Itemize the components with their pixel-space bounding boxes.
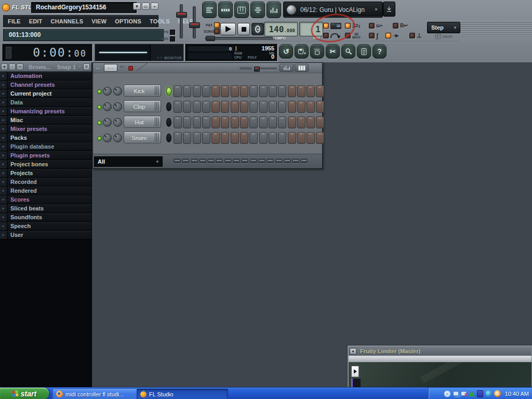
step-cell-10[interactable] xyxy=(259,85,268,97)
countdown-toggle[interactable]: 321 xyxy=(345,21,361,30)
channel-select-led[interactable] xyxy=(166,134,171,142)
volume-knob[interactable] xyxy=(113,87,122,96)
step-cell-1[interactable] xyxy=(174,116,182,128)
browser-item-soundfonts[interactable]: ▸Soundfonts xyxy=(0,213,91,222)
update-tray-icon[interactable] xyxy=(494,390,501,397)
step-cell-12[interactable] xyxy=(278,132,286,144)
menu-item-tools[interactable]: TOOLS xyxy=(145,18,174,24)
blend-notes-led[interactable] xyxy=(369,23,375,29)
browser-item-current-project[interactable]: ▸Current project xyxy=(0,89,91,98)
step-cell-12[interactable] xyxy=(278,116,286,128)
graph-editor-button[interactable] xyxy=(280,64,294,72)
volume-knob[interactable] xyxy=(113,118,122,127)
step-cell-6[interactable] xyxy=(221,101,229,113)
step-cell-11[interactable] xyxy=(269,132,277,144)
expand-arrow-icon[interactable]: ▸ xyxy=(0,107,7,116)
play-button[interactable] xyxy=(220,23,236,35)
export-wave-button[interactable] xyxy=(310,44,324,59)
loop-record-toggle[interactable]: R↩ xyxy=(393,21,408,30)
time-mode-icon[interactable] xyxy=(6,47,11,52)
network-error-tray-icon[interactable]: × xyxy=(461,391,467,396)
piano-roll-button[interactable] xyxy=(234,2,249,18)
restore-button[interactable]: ▭ xyxy=(142,3,150,10)
step-edit-led[interactable] xyxy=(369,33,375,38)
browser-item-plugin-presets[interactable]: ▸Plugin presets xyxy=(0,151,91,160)
step-cell-5[interactable] xyxy=(211,101,220,113)
step-cell-13[interactable] xyxy=(288,116,296,128)
minimize-button[interactable]: ▼ xyxy=(133,3,141,10)
typing-keyboard-toggle[interactable] xyxy=(323,21,341,30)
hide-icons-tray-icon[interactable]: ‹ xyxy=(444,390,451,397)
plugin-arrow-button[interactable] xyxy=(351,366,359,377)
step-cell-2[interactable] xyxy=(183,85,191,97)
menu-item-options[interactable]: OPTIONS xyxy=(111,18,145,24)
step-cell-12[interactable] xyxy=(278,101,286,113)
step-edit-toggle[interactable]: ʃ xyxy=(369,31,378,40)
pan-knob[interactable] xyxy=(103,102,112,111)
typing-to-piano-led[interactable] xyxy=(385,33,391,38)
countdown-led[interactable] xyxy=(345,23,351,29)
wait-for-input-toggle[interactable]: ШWAIT xyxy=(345,31,361,40)
multilink-led[interactable] xyxy=(409,33,415,38)
tempo-display[interactable]: 140.000 xyxy=(264,22,298,36)
step-cell-5[interactable] xyxy=(211,132,220,144)
expand-arrow-icon[interactable]: ▸ xyxy=(0,134,7,142)
step-cell-7[interactable] xyxy=(231,116,239,128)
step-cell-7[interactable] xyxy=(231,101,239,113)
media-tray-icon[interactable] xyxy=(485,390,492,397)
record-button[interactable] xyxy=(251,23,264,35)
expand-arrow-icon[interactable]: ▸ xyxy=(0,204,7,213)
task-button-browser[interactable]: midi controller fl studi... xyxy=(52,389,142,399)
browser-item-automation[interactable]: ▸Automation xyxy=(0,72,91,81)
expand-arrow-icon[interactable]: ▸ xyxy=(0,178,7,187)
expand-arrow-icon[interactable]: ▸ xyxy=(0,81,7,89)
loop-record-led[interactable] xyxy=(393,23,398,29)
step-cell-3[interactable] xyxy=(193,101,201,113)
close-button[interactable]: × xyxy=(151,3,158,10)
step-cell-10[interactable] xyxy=(259,116,268,128)
zoom-button[interactable] xyxy=(341,44,355,59)
time-mode2-icon[interactable] xyxy=(6,53,11,59)
step-cell-16[interactable] xyxy=(316,85,324,97)
browser-item-humanizing-presets[interactable]: ▸Humanizing presets xyxy=(0,107,91,116)
expand-arrow-icon[interactable]: ▸ xyxy=(0,160,7,169)
channel-select-led[interactable] xyxy=(166,102,171,111)
step-cell-9[interactable] xyxy=(249,85,258,97)
mouse-wheel-led[interactable] xyxy=(323,33,329,38)
resize-arrows-icon[interactable]: ↔ xyxy=(95,64,100,70)
step-cell-4[interactable] xyxy=(202,101,210,113)
step-cell-3[interactable] xyxy=(193,132,201,144)
browser-item-plugin-database[interactable]: ▸Plugin database xyxy=(0,142,91,151)
main-volume-slider[interactable] xyxy=(176,12,187,18)
help-button[interactable]: ? xyxy=(373,44,387,59)
expand-arrow-icon[interactable]: ▸ xyxy=(0,142,7,151)
channel-button-clap[interactable]: Clap xyxy=(124,100,161,112)
snap-selector[interactable]: Step ▼ xyxy=(427,22,460,33)
song-mode-led[interactable] xyxy=(214,29,220,34)
browser-item-channel-presets[interactable]: ▸Channel presets xyxy=(0,81,91,89)
step-cell-4[interactable] xyxy=(202,132,210,144)
pan-knob[interactable] xyxy=(103,87,112,96)
step-cell-1[interactable] xyxy=(174,101,182,113)
undo-button[interactable]: ↺ xyxy=(279,44,293,59)
step-cell-12[interactable] xyxy=(278,85,286,97)
step-cell-9[interactable] xyxy=(249,101,258,113)
step-cell-15[interactable] xyxy=(307,85,315,97)
step-cell-2[interactable] xyxy=(183,101,191,113)
browser-item-project-bones[interactable]: ▸Project bones xyxy=(0,160,91,169)
browser-close-button[interactable]: × xyxy=(83,63,90,70)
step-cell-9[interactable] xyxy=(249,132,258,144)
swing-slider[interactable] xyxy=(254,66,260,72)
browser-item-data[interactable]: ▸Data xyxy=(0,98,91,107)
project-info-button[interactable] xyxy=(357,44,371,59)
pattern-selector[interactable]: 06/12: Guru | VocALign ▼ xyxy=(283,2,383,18)
step-cell-15[interactable] xyxy=(307,101,315,113)
typing-to-piano-toggle[interactable]: ···▶ xyxy=(385,31,398,40)
main-pitch-slider[interactable] xyxy=(189,22,200,28)
step-cell-3[interactable] xyxy=(193,85,201,97)
expand-arrow-icon[interactable]: ▸ xyxy=(0,151,7,160)
browser-item-recorded[interactable]: ▸Recorded xyxy=(0,178,91,187)
browser-item-sliced-beats[interactable]: ▸Sliced beats xyxy=(0,204,91,213)
step-cell-16[interactable] xyxy=(316,116,324,128)
step-cell-13[interactable] xyxy=(288,101,296,113)
